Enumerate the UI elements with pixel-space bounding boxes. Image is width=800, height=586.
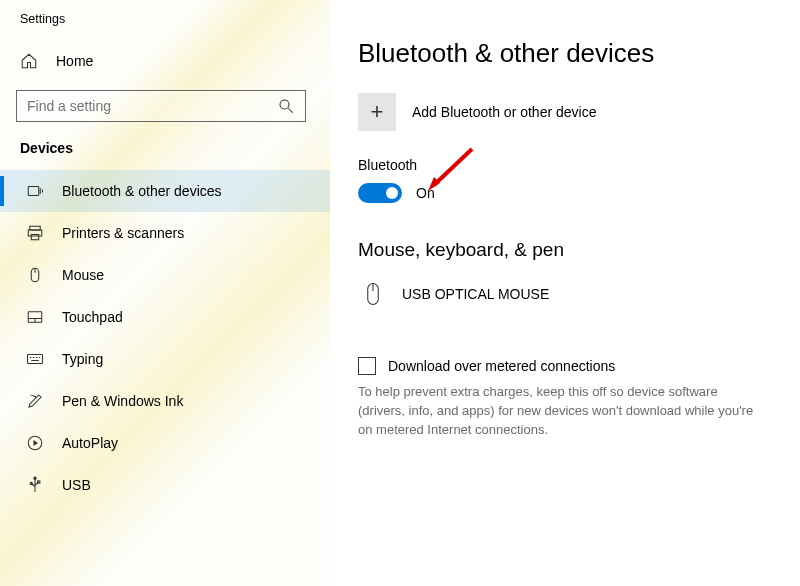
page-title: Bluetooth & other devices: [358, 38, 768, 69]
app-title: Settings: [16, 8, 330, 44]
device-group-title: Mouse, keyboard, & pen: [358, 239, 768, 261]
svg-rect-13: [28, 355, 43, 364]
bluetooth-label: Bluetooth: [358, 157, 768, 173]
touchpad-icon: [26, 308, 44, 326]
search-icon: [277, 97, 295, 115]
svg-rect-5: [30, 226, 41, 230]
toggle-state-label: On: [416, 185, 435, 201]
svg-rect-6: [28, 230, 42, 236]
device-item[interactable]: USB OPTICAL MOUSE: [358, 273, 768, 357]
home-label: Home: [56, 53, 93, 69]
home-icon: [20, 52, 38, 70]
keyboard-icon: [26, 350, 44, 368]
device-name: USB OPTICAL MOUSE: [402, 286, 549, 302]
plus-icon: +: [358, 93, 396, 131]
bluetooth-toggle[interactable]: [358, 183, 402, 203]
sidebar-item-label: Touchpad: [62, 309, 123, 325]
svg-rect-7: [31, 235, 39, 240]
sidebar-item-touchpad[interactable]: Touchpad: [0, 296, 330, 338]
sidebar-nav: Bluetooth & other devices Printers & sca…: [16, 170, 330, 506]
sidebar-item-label: Mouse: [62, 267, 104, 283]
sidebar-item-label: Typing: [62, 351, 103, 367]
sidebar-item-label: USB: [62, 477, 91, 493]
svg-line-1: [288, 108, 293, 113]
svg-point-22: [34, 477, 36, 479]
metered-help-text: To help prevent extra charges, keep this…: [358, 383, 758, 440]
svg-marker-20: [34, 440, 39, 446]
metered-checkbox[interactable]: [358, 357, 376, 375]
metered-checkbox-label: Download over metered connections: [388, 358, 615, 374]
search-input[interactable]: [27, 98, 277, 114]
add-device-button[interactable]: + Add Bluetooth or other device: [358, 93, 768, 131]
home-link[interactable]: Home: [16, 44, 330, 78]
sidebar-item-label: AutoPlay: [62, 435, 118, 451]
sidebar: Settings Home Devices Bluetooth & other …: [0, 0, 330, 586]
svg-rect-2: [28, 187, 39, 196]
sidebar-section-title: Devices: [16, 140, 330, 156]
sidebar-item-label: Printers & scanners: [62, 225, 184, 241]
sidebar-item-mouse[interactable]: Mouse: [0, 254, 330, 296]
printer-icon: [26, 224, 44, 242]
add-device-label: Add Bluetooth or other device: [412, 104, 596, 120]
mouse-device-icon: [364, 277, 382, 311]
sidebar-item-typing[interactable]: Typing: [0, 338, 330, 380]
mouse-icon: [26, 266, 44, 284]
autoplay-icon: [26, 434, 44, 452]
svg-point-0: [280, 100, 289, 109]
search-box[interactable]: [16, 90, 306, 122]
sidebar-item-printers[interactable]: Printers & scanners: [0, 212, 330, 254]
sidebar-item-autoplay[interactable]: AutoPlay: [0, 422, 330, 464]
sidebar-item-label: Pen & Windows Ink: [62, 393, 183, 409]
main-content: Bluetooth & other devices + Add Bluetoot…: [330, 0, 800, 586]
sidebar-item-bluetooth[interactable]: Bluetooth & other devices: [0, 170, 330, 212]
sidebar-item-pen[interactable]: Pen & Windows Ink: [0, 380, 330, 422]
pen-icon: [26, 392, 44, 410]
sidebar-item-usb[interactable]: USB: [0, 464, 330, 506]
usb-icon: [26, 476, 44, 494]
bluetooth-icon: [26, 182, 44, 200]
sidebar-item-label: Bluetooth & other devices: [62, 183, 222, 199]
